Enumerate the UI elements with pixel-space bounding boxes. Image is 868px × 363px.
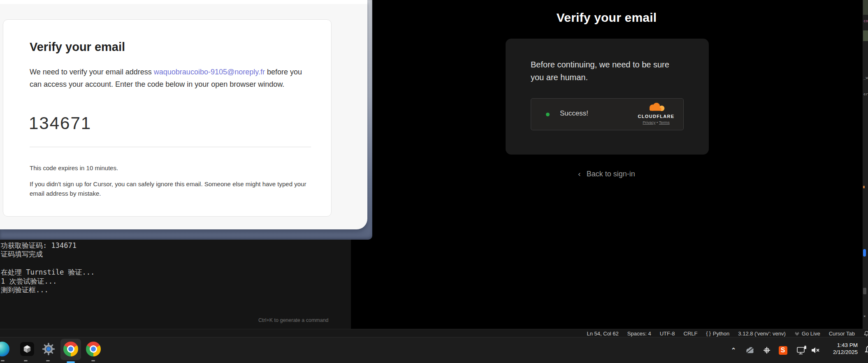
human-check-card: Before continuing, we need to be sure yo… (506, 39, 709, 155)
braces-icon: { } (706, 331, 710, 336)
statusbar: Ln 54, Col 62 Spaces: 4 UTF-8 CRLF { } P… (0, 329, 868, 338)
cross-box-icon (763, 346, 771, 354)
email-card: Verify your email We need to verify your… (3, 19, 332, 217)
broadcast-icon (794, 331, 800, 336)
statusbar-eol[interactable]: CRLF (684, 331, 698, 337)
turnstile-links: Privacy • Terms (636, 120, 677, 125)
bell-z-icon: z (864, 345, 868, 356)
tray-time: 1:43 PM (833, 342, 858, 349)
taskbar: ⌃ S (0, 337, 868, 363)
go-live-label: Go Live (802, 331, 820, 337)
running-indicator (46, 360, 50, 361)
badge-fragment (863, 249, 866, 257)
tray-snap-layout[interactable] (761, 342, 773, 358)
success-dot-icon (546, 113, 550, 116)
chrome-icon (86, 342, 101, 356)
taskbar-edge-button[interactable] (0, 341, 10, 357)
minimap-mark (863, 186, 865, 188)
back-to-signin-label: Back to sign-in (587, 170, 635, 178)
terminal-line: 测到验证框... (1, 285, 49, 295)
editor-window-sliver[interactable]: co _w er × (862, 0, 868, 329)
back-to-signin-link[interactable]: ‹Back to sign-in (351, 169, 862, 178)
minimap-block (863, 30, 868, 41)
tray-date: 2/12/2025 (833, 349, 858, 356)
email-title: Verify your email (30, 40, 125, 54)
taskbar-settings-button[interactable] (41, 341, 56, 357)
speaker-mute-icon (811, 346, 821, 354)
edge-icon (0, 342, 9, 356)
language-label: Python (713, 331, 729, 337)
gear-icon (42, 342, 56, 356)
email-window-topbar (0, 0, 367, 4)
links-separator: • (657, 120, 658, 125)
verify-email-heading: Verify your email (351, 11, 862, 25)
divider (30, 147, 311, 147)
terminal-panel[interactable]: 功获取验证码: 134671 证码填写完成 在处理 Turnstile 验证..… (0, 240, 351, 329)
running-indicator (1, 360, 5, 361)
tray-clock[interactable]: 1:43 PM 2/12/2025 (833, 342, 858, 356)
verification-code: 134671 (29, 113, 91, 133)
taskbar-cursor-button[interactable] (19, 341, 35, 357)
minimap-text: co (863, 19, 868, 23)
cloudflare-branding: CLOUDFLARE Privacy • Terms (636, 103, 677, 125)
tray-network[interactable] (796, 342, 808, 358)
close-icon[interactable]: × (863, 314, 866, 318)
monitor-plug-icon (796, 345, 807, 355)
active-running-indicator (67, 361, 75, 363)
terms-link[interactable]: Terms (659, 120, 670, 125)
statusbar-language[interactable]: { } Python (706, 331, 729, 337)
terminal-line: 证码填写完成 (1, 250, 43, 259)
running-indicator (91, 360, 95, 361)
terminal-ctrlk-hint: Ctrl+K to generate a command (258, 317, 329, 323)
cursor-app-icon (20, 342, 34, 356)
chrome-icon (63, 342, 78, 356)
minimap-text: er (863, 92, 868, 96)
turnstile-widget: Success! CLOUDFLARE Privacy • Terms (531, 98, 684, 130)
bell-icon (863, 331, 868, 337)
statusbar-interpreter[interactable]: 3.12.8 ('venv': venv) (738, 331, 786, 337)
email-body-prefix: We need to verify your email address (30, 68, 154, 76)
minimap-block (863, 0, 868, 15)
email-disclaimer: If you didn't sign up for Cursor, you ca… (30, 179, 308, 198)
cloud-offline-icon (745, 346, 755, 354)
statusbar-go-live[interactable]: Go Live (794, 331, 820, 337)
tray-onedrive[interactable] (744, 342, 756, 358)
code-expiry-note: This code expires in 10 minutes. (30, 164, 118, 171)
minimap-text: _w (863, 76, 868, 80)
browser-window: Verify your email Before continuing, we … (351, 0, 862, 329)
tray-notification-bell[interactable]: z (863, 342, 868, 358)
tray-sogou-input[interactable]: S (777, 342, 789, 358)
statusbar-cursor-position[interactable]: Ln 54, Col 62 (587, 331, 619, 337)
chevron-left-icon: ‹ (578, 169, 580, 178)
human-check-prompt: Before continuing, we need to be sure yo… (531, 58, 684, 84)
terminal-line: 功获取验证码: 134671 (1, 241, 77, 250)
taskbar-chrome-button-active[interactable] (63, 341, 79, 357)
statusbar-cursor-tab[interactable]: Cursor Tab (829, 331, 855, 337)
notifications-bell[interactable] (863, 331, 868, 337)
email-address-link[interactable]: waquobraucoibo-9105@noreply.fr (154, 68, 265, 76)
terminal-line: 在处理 Turnstile 验证... (1, 268, 95, 277)
tray-volume-muted[interactable] (810, 342, 822, 358)
statusbar-indentation[interactable]: Spaces: 4 (627, 331, 651, 337)
chevron-up-icon: ⌃ (731, 347, 736, 354)
terminal-line: 1 次尝试验证... (1, 277, 57, 286)
desktop-screen: Verify your email Before continuing, we … (0, 0, 868, 363)
turnstile-status: Success! (560, 109, 588, 118)
taskbar-chrome-button[interactable] (86, 341, 101, 357)
cloudflare-cloud-icon (645, 103, 667, 112)
running-indicator (24, 360, 28, 361)
email-body: We need to verify your email address waq… (30, 66, 313, 90)
privacy-link[interactable]: Privacy (643, 120, 655, 125)
sogou-icon: S (779, 346, 787, 355)
cloudflare-wordmark: CLOUDFLARE (636, 114, 677, 119)
ui-fragment (863, 288, 866, 294)
email-window: Verify your email We need to verify your… (0, 0, 367, 229)
statusbar-encoding[interactable]: UTF-8 (660, 331, 675, 337)
tray-chevron-up[interactable]: ⌃ (727, 342, 740, 358)
